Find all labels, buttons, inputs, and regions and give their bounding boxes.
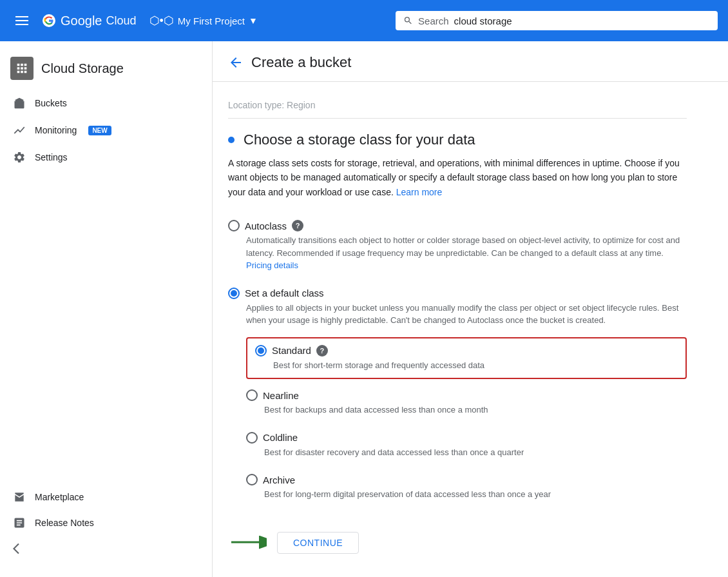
release-notes-label: Release Notes	[35, 518, 94, 528]
page-header: Create a bucket	[213, 41, 728, 82]
sidebar-item-monitoring[interactable]: Monitoring NEW	[5, 117, 207, 143]
nearline-radio[interactable]	[246, 389, 258, 401]
buckets-label: Buckets	[35, 98, 67, 108]
back-button[interactable]	[228, 55, 244, 70]
nearline-desc: Best for backups and data accessed less …	[246, 404, 687, 416]
sidebar-bottom: Marketplace Release Notes	[0, 479, 212, 567]
marketplace-label: Marketplace	[35, 492, 84, 502]
section-description: A storage class sets costs for storage, …	[228, 156, 687, 199]
main-content: Create a bucket Location type: Region Ch…	[213, 41, 728, 577]
project-icon: ⬡•⬡	[149, 14, 174, 28]
continue-btn-area: CONTINUE	[228, 529, 687, 557]
pricing-details-link[interactable]: Pricing details	[246, 260, 298, 270]
set-default-radio[interactable]	[228, 288, 240, 299]
autoclass-radio[interactable]	[228, 220, 240, 231]
set-default-desc: Applies to all objects in your bucket un…	[228, 302, 687, 327]
google-cloud-logo[interactable]: Google Cloud	[41, 13, 137, 28]
archive-radio[interactable]	[246, 474, 258, 485]
hamburger-menu[interactable]	[10, 11, 34, 30]
new-badge: NEW	[88, 126, 111, 135]
radio-option-standard-highlighted: Standard ? Best for short-term storage a…	[246, 337, 687, 380]
google-logo-icon	[41, 13, 57, 28]
section-title: Choose a storage class for your data	[244, 132, 475, 148]
nearline-label: Nearline	[263, 390, 299, 401]
navbar: Google Cloud ⬡•⬡ My First Project ▼ Sear…	[0, 0, 728, 41]
content-area: Location type: Region Choose a storage c…	[213, 82, 702, 577]
radio-option-archive: Archive Best for long-term digital prese…	[246, 466, 687, 509]
coldline-radio[interactable]	[246, 432, 258, 444]
sidebar-item-buckets[interactable]: Buckets	[5, 90, 207, 116]
collapse-sidebar-icon	[13, 542, 26, 555]
green-arrow-icon	[228, 529, 267, 555]
set-default-label: Set a default class	[245, 288, 324, 298]
learn-more-link[interactable]: Learn more	[396, 187, 443, 197]
radio-option-set-default: Set a default class Applies to all objec…	[228, 280, 687, 335]
autoclass-help-icon[interactable]: ?	[292, 220, 303, 231]
sidebar-item-marketplace[interactable]: Marketplace	[5, 484, 207, 510]
radio-option-coldline: Coldline Best for disaster recovery and …	[246, 424, 687, 467]
archive-desc: Best for long-term digital preservation …	[246, 488, 687, 501]
section-bullet	[228, 137, 235, 143]
project-name: My First Project	[178, 15, 245, 26]
logo-cloud-text: Cloud	[106, 14, 137, 28]
settings-icon	[13, 151, 26, 164]
cloud-storage-icon	[10, 57, 34, 80]
standard-radio[interactable]	[255, 345, 267, 357]
sub-class-radio-group: Standard ? Best for short-term storage a…	[228, 335, 687, 509]
radio-option-autoclass: Autoclass ? Automatically transitions ea…	[228, 212, 687, 280]
release-notes-icon	[13, 516, 26, 529]
autoclass-label: Autoclass	[245, 220, 287, 231]
page-title: Create a bucket	[251, 54, 351, 71]
chevron-down-icon: ▼	[249, 15, 258, 26]
search-icon	[403, 15, 413, 26]
sidebar-title: Cloud Storage	[41, 61, 124, 76]
search-bar[interactable]: Search	[396, 11, 718, 30]
bucket-icon	[13, 97, 26, 110]
location-type-label: Location type: Region	[228, 92, 687, 119]
settings-label: Settings	[35, 152, 68, 162]
monitoring-label: Monitoring	[35, 125, 77, 135]
standard-label: Standard	[272, 345, 311, 356]
standard-help-icon[interactable]: ?	[316, 345, 328, 357]
sidebar-item-collapse[interactable]	[5, 536, 207, 562]
monitoring-icon	[13, 124, 26, 137]
marketplace-icon	[13, 491, 26, 504]
sidebar: Cloud Storage Buckets Monitoring NEW	[0, 41, 213, 577]
arrow-container	[228, 529, 267, 557]
search-label: Search	[418, 15, 449, 26]
autoclass-desc: Automatically transitions each object to…	[228, 234, 687, 272]
coldline-desc: Best for disaster recovery and data acce…	[246, 446, 687, 459]
sidebar-nav: Buckets Monitoring NEW Settings	[0, 90, 212, 285]
logo-google-text: Google	[61, 14, 102, 28]
continue-button[interactable]: CONTINUE	[277, 532, 359, 554]
standard-desc: Best for short-term storage and frequent…	[255, 359, 678, 372]
project-selector[interactable]: ⬡•⬡ My First Project ▼	[149, 14, 258, 28]
archive-label: Archive	[263, 474, 295, 485]
sidebar-item-settings[interactable]: Settings	[5, 144, 207, 170]
storage-class-radio-group: Autoclass ? Automatically transitions ea…	[228, 212, 687, 509]
search-input[interactable]	[454, 15, 710, 26]
radio-option-nearline: Nearline Best for backups and data acces…	[246, 382, 687, 424]
sidebar-item-release-notes[interactable]: Release Notes	[5, 510, 207, 536]
coldline-label: Coldline	[263, 432, 298, 443]
sidebar-header: Cloud Storage	[0, 52, 212, 90]
